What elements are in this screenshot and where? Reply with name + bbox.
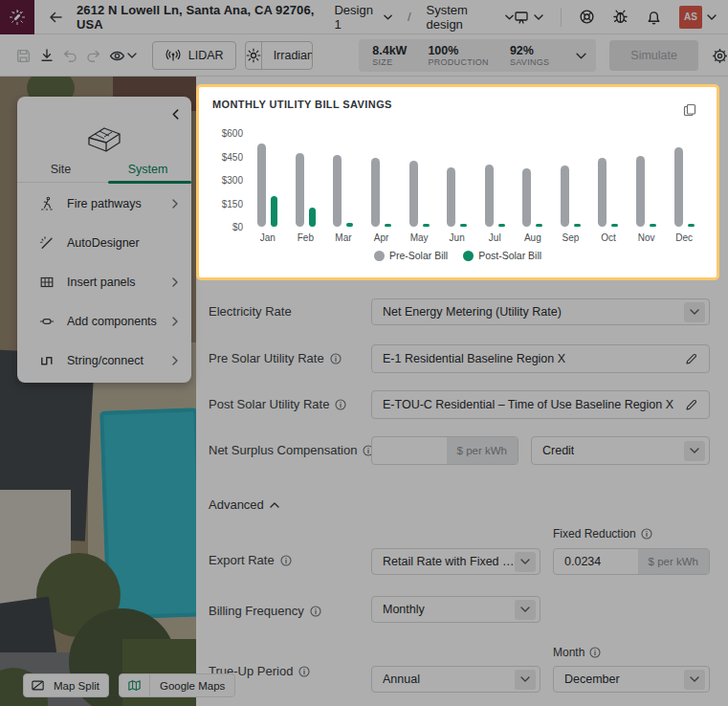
bar-chart: $600$450$300$150$0 JanFebMarAprMayJunJul… xyxy=(212,133,703,243)
pre-solar-bar xyxy=(636,156,645,227)
post-solar-bar xyxy=(346,223,353,227)
pre-solar-bar xyxy=(561,165,569,227)
y-tick-label: $450 xyxy=(222,151,243,162)
x-tick-label: Sep xyxy=(563,232,580,243)
monthly-savings-chart-card: MONTHLY UTILITY BILL SAVINGS $600$450$30… xyxy=(196,84,719,280)
y-tick-label: $150 xyxy=(222,198,243,209)
legend-item: Pre-Solar Bill xyxy=(374,250,448,261)
month-column: Nov xyxy=(628,133,666,243)
month-column: Aug xyxy=(514,133,552,243)
x-tick-label: Mar xyxy=(335,232,351,243)
post-solar-bar xyxy=(650,224,656,227)
x-tick-label: Jun xyxy=(450,232,465,243)
pre-solar-bar xyxy=(409,161,418,227)
month-column: Sep xyxy=(552,133,590,243)
x-tick-label: Jul xyxy=(489,232,501,243)
post-solar-bar xyxy=(309,208,316,227)
app-window: Electricity Rate Net Energy Metering (Ut… xyxy=(0,0,728,706)
month-column: Jun xyxy=(438,133,476,243)
month-column: Dec xyxy=(665,133,703,243)
post-solar-bar xyxy=(498,224,505,227)
month-column: Oct xyxy=(589,133,628,243)
legend-dot xyxy=(463,251,474,261)
post-solar-bar xyxy=(688,224,695,227)
post-solar-bar xyxy=(271,196,277,227)
post-solar-bar xyxy=(385,224,391,227)
x-tick-label: Nov xyxy=(638,232,655,243)
x-tick-label: Aug xyxy=(524,232,541,243)
y-tick-label: $300 xyxy=(222,175,243,186)
x-tick-label: Apr xyxy=(374,232,389,243)
month-column: Apr xyxy=(363,133,401,243)
chart-legend: Pre-Solar BillPost-Solar Bill xyxy=(212,250,703,261)
month-column: Jul xyxy=(475,133,514,243)
pre-solar-bar xyxy=(598,158,607,227)
post-solar-bar xyxy=(460,224,467,227)
pre-solar-bar xyxy=(296,153,304,227)
month-column: Feb xyxy=(287,133,325,243)
month-column: May xyxy=(400,133,438,243)
x-tick-label: Dec xyxy=(675,232,693,243)
post-solar-bar xyxy=(611,224,618,227)
pre-solar-bar xyxy=(257,143,266,227)
x-tick-label: Feb xyxy=(298,232,314,243)
month-column: Jan xyxy=(249,133,287,243)
x-tick-label: May xyxy=(410,232,429,243)
y-tick-label: $600 xyxy=(222,128,243,139)
x-tick-label: Oct xyxy=(601,232,616,243)
pre-solar-bar xyxy=(522,168,531,227)
pre-solar-bar xyxy=(447,167,455,227)
post-solar-bar xyxy=(423,224,430,227)
chart-yaxis: $600$450$300$150$0 xyxy=(212,133,249,227)
copy-chart-button[interactable] xyxy=(682,102,697,118)
chart-title: MONTHLY UTILITY BILL SAVINGS xyxy=(212,99,703,110)
chart-plot: JanFebMarAprMayJunJulAugSepOctNovDec xyxy=(249,133,703,243)
pre-solar-bar xyxy=(371,158,380,227)
post-solar-bar xyxy=(574,224,581,227)
x-tick-label: Jan xyxy=(260,232,276,243)
legend-dot xyxy=(374,251,385,261)
y-tick-label: $0 xyxy=(232,222,243,232)
pre-solar-bar xyxy=(485,165,494,227)
post-solar-bar xyxy=(536,224,542,227)
legend-item: Post-Solar Bill xyxy=(463,250,541,261)
pre-solar-bar xyxy=(674,147,683,227)
month-column: Mar xyxy=(324,133,363,243)
copy-icon xyxy=(682,102,697,118)
pre-solar-bar xyxy=(333,155,342,227)
